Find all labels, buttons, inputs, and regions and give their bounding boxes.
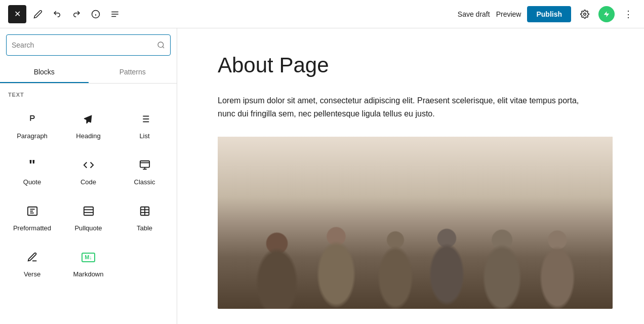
search-input[interactable] bbox=[12, 41, 157, 49]
svg-point-8 bbox=[158, 42, 164, 48]
heading-icon bbox=[79, 110, 98, 128]
paragraph-icon bbox=[23, 110, 42, 128]
paragraph-label: Paragraph bbox=[17, 132, 48, 140]
preview-button[interactable]: Preview bbox=[496, 10, 521, 18]
table-icon bbox=[136, 202, 154, 220]
pencil-icon bbox=[33, 10, 43, 19]
code-icon bbox=[79, 156, 98, 174]
undo-icon bbox=[53, 10, 62, 19]
photo-overlay bbox=[218, 137, 613, 309]
pullquote-label: Pullquote bbox=[74, 224, 102, 232]
list-label: List bbox=[139, 132, 149, 140]
quote-icon: " bbox=[23, 156, 42, 174]
close-button[interactable]: ✕ bbox=[8, 5, 26, 23]
markdown-label: Markdown bbox=[73, 270, 104, 278]
table-label: Table bbox=[137, 224, 152, 232]
svg-line-9 bbox=[163, 47, 164, 48]
classic-label: Classic bbox=[134, 178, 155, 186]
toolbar: ✕ Save draft Preview Publish ⋮ bbox=[0, 0, 644, 28]
undo-button[interactable] bbox=[50, 7, 65, 22]
save-draft-button[interactable]: Save draft bbox=[458, 10, 490, 18]
list-icon bbox=[136, 110, 154, 128]
user-avatar[interactable] bbox=[598, 6, 615, 22]
heading-label: Heading bbox=[76, 132, 100, 140]
publish-button[interactable]: Publish bbox=[527, 6, 571, 22]
quote-label: Quote bbox=[23, 178, 41, 186]
preformatted-label: Preformatted bbox=[13, 224, 51, 232]
search-icon bbox=[157, 41, 165, 49]
toolbar-right: Save draft Preview Publish ⋮ bbox=[458, 6, 636, 23]
redo-icon bbox=[72, 10, 81, 19]
block-item-table[interactable]: Table bbox=[116, 194, 173, 240]
search-wrapper bbox=[6, 34, 171, 56]
block-item-paragraph[interactable]: Paragraph bbox=[4, 102, 60, 148]
lightning-icon bbox=[603, 11, 610, 18]
verse-label: Verse bbox=[24, 270, 41, 278]
main-layout: Blocks Patterns TEXT Paragraph Heading bbox=[0, 28, 644, 324]
svg-rect-24 bbox=[84, 207, 93, 216]
block-item-verse[interactable]: Verse bbox=[4, 240, 60, 286]
block-item-heading[interactable]: Heading bbox=[60, 102, 116, 148]
block-item-pullquote[interactable]: Pullquote bbox=[60, 194, 116, 240]
sidebar: Blocks Patterns TEXT Paragraph Heading bbox=[0, 28, 177, 324]
search-icon-button[interactable] bbox=[157, 41, 165, 49]
block-item-preformatted[interactable]: Preformatted bbox=[4, 194, 60, 240]
block-item-markdown[interactable]: M↓ Markdown bbox=[60, 240, 116, 286]
code-label: Code bbox=[80, 178, 96, 186]
block-item-classic[interactable]: Classic bbox=[116, 148, 173, 194]
page-image bbox=[218, 137, 613, 309]
svg-rect-16 bbox=[140, 161, 149, 168]
classic-icon bbox=[136, 156, 154, 174]
toolbar-left: ✕ bbox=[8, 5, 123, 23]
block-item-quote[interactable]: " Quote bbox=[4, 148, 60, 194]
svg-marker-7 bbox=[604, 11, 610, 17]
search-container bbox=[0, 28, 177, 56]
redo-button[interactable] bbox=[69, 7, 84, 22]
list-view-icon bbox=[110, 10, 119, 19]
preformatted-icon bbox=[23, 202, 42, 220]
info-icon bbox=[91, 10, 100, 19]
tab-bar: Blocks Patterns bbox=[0, 62, 177, 84]
page-body-text[interactable]: Lorem ipsum dolor sit amet, consectetur … bbox=[218, 94, 592, 120]
settings-button[interactable] bbox=[577, 7, 592, 22]
block-grid: Paragraph Heading List " Quote bbox=[0, 102, 177, 286]
block-item-code[interactable]: Code bbox=[60, 148, 116, 194]
markdown-icon: M↓ bbox=[79, 248, 98, 266]
pullquote-icon bbox=[79, 202, 98, 220]
page-title[interactable]: About Page bbox=[218, 53, 603, 78]
section-label-text: TEXT bbox=[0, 84, 177, 102]
edit-icon-button[interactable] bbox=[30, 7, 46, 22]
info-button[interactable] bbox=[88, 7, 103, 22]
verse-icon bbox=[23, 248, 42, 266]
tab-blocks[interactable]: Blocks bbox=[0, 62, 89, 83]
block-item-list[interactable]: List bbox=[116, 102, 173, 148]
gear-icon bbox=[580, 10, 589, 19]
svg-point-6 bbox=[584, 13, 586, 15]
list-view-button[interactable] bbox=[107, 7, 123, 22]
tab-patterns[interactable]: Patterns bbox=[89, 62, 177, 83]
editor-area: About Page Lorem ipsum dolor sit amet, c… bbox=[177, 28, 644, 324]
more-options-button[interactable]: ⋮ bbox=[621, 6, 636, 23]
